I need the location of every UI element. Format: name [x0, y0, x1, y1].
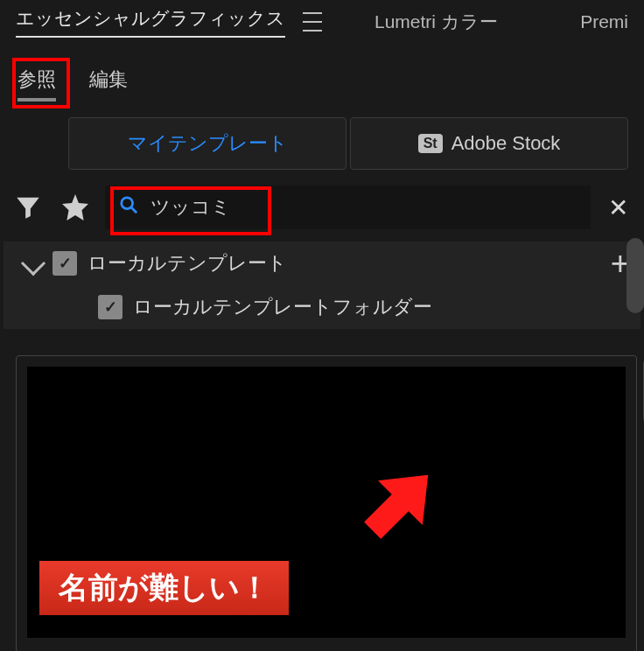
subtab-row: 参照 編集 — [0, 44, 644, 110]
checkbox-local-templates[interactable]: ✓ — [52, 251, 77, 276]
svg-marker-2 — [350, 452, 451, 553]
filter-icon[interactable] — [10, 190, 46, 225]
panel-tab-strip: エッセンシャルグラフィックス Lumetri カラー Premi — [0, 0, 644, 44]
stock-badge-icon: St — [418, 134, 443, 153]
tab-lumetri-color[interactable]: Lumetri カラー — [374, 10, 498, 34]
chevron-down-icon[interactable] — [21, 251, 46, 276]
annotation-highlight-search — [110, 186, 271, 235]
search-toolbar: ✕ — [0, 170, 644, 238]
tree-row-local-templates[interactable]: ✓ ローカルテンプレート + — [4, 242, 640, 285]
tab-premiere[interactable]: Premi — [580, 11, 628, 32]
tree-label-local-folder: ローカルテンプレートフォルダー — [133, 294, 630, 320]
panel-menu-icon[interactable] — [303, 12, 322, 32]
template-thumbnail[interactable]: 名前が難しい！ — [27, 367, 626, 638]
tree-label-local-templates: ローカルテンプレート — [88, 250, 600, 276]
checkbox-local-folder[interactable]: ✓ — [98, 295, 122, 319]
source-adobe-stock-label: Adobe Stock — [452, 132, 561, 155]
source-adobe-stock-button[interactable]: St Adobe Stock — [350, 117, 628, 170]
clear-search-icon[interactable]: ✕ — [603, 193, 634, 222]
arrow-icon — [342, 447, 456, 561]
source-my-templates-label: マイテンプレート — [128, 130, 288, 157]
source-row: マイテンプレート St Adobe Stock — [0, 110, 644, 170]
template-tree: ✓ ローカルテンプレート + ✓ ローカルテンプレートフォルダー — [0, 238, 644, 329]
subtab-edit[interactable]: 編集 — [89, 66, 128, 100]
telop-text: 名前が難しい！ — [39, 561, 289, 615]
tree-scrollbar[interactable] — [626, 238, 644, 313]
template-preview-area: 名前が難しい！ — [16, 355, 637, 651]
tree-row-local-folder[interactable]: ✓ ローカルテンプレートフォルダー — [4, 285, 640, 329]
annotation-highlight-browse — [12, 58, 70, 108]
tab-essential-graphics[interactable]: エッセンシャルグラフィックス — [16, 6, 285, 38]
favorite-icon[interactable] — [58, 190, 93, 225]
source-my-templates-button[interactable]: マイテンプレート — [68, 117, 346, 170]
